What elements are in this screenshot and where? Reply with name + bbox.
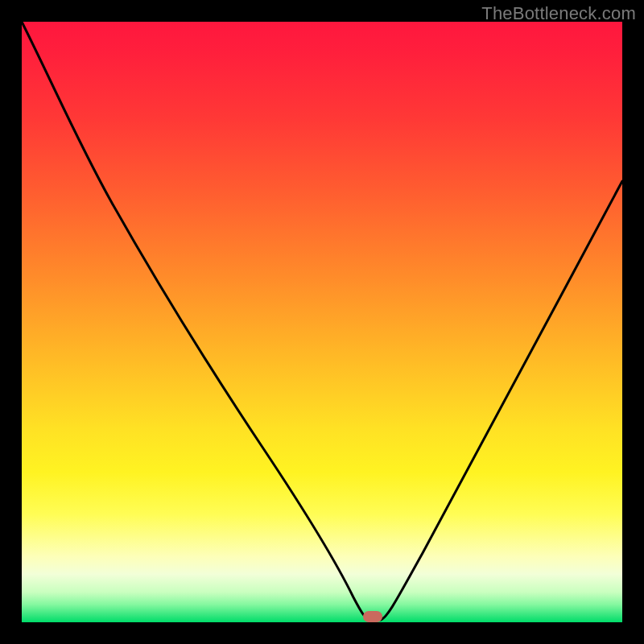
optimal-marker [363, 611, 382, 622]
watermark-text: TheBottleneck.com [481, 3, 636, 24]
plot-area [22, 22, 622, 622]
chart-frame: TheBottleneck.com [0, 0, 644, 644]
curve-layer [22, 22, 622, 622]
bottleneck-curve [22, 22, 622, 620]
